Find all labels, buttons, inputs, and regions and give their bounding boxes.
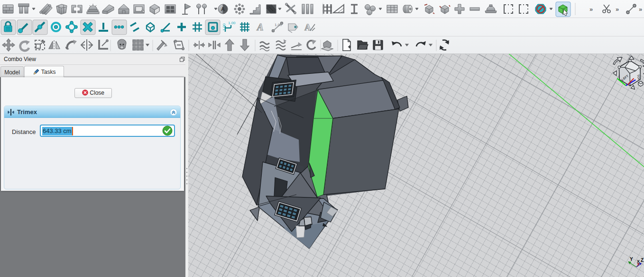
svg-text:X: X bbox=[637, 259, 640, 264]
svg-text:1.00: 1.00 bbox=[222, 23, 226, 31]
svg-text:»: » bbox=[639, 6, 642, 13]
svg-text:Y: Y bbox=[630, 257, 633, 262]
svg-text:»: » bbox=[616, 6, 619, 13]
svg-text:1.00: 1.00 bbox=[228, 21, 236, 25]
svg-text:»: » bbox=[589, 6, 593, 13]
svg-text:1.00: 1.00 bbox=[275, 23, 282, 27]
svg-text:Z: Z bbox=[641, 258, 644, 263]
svg-text:A: A bbox=[221, 6, 225, 12]
svg-text:A: A bbox=[256, 22, 263, 32]
